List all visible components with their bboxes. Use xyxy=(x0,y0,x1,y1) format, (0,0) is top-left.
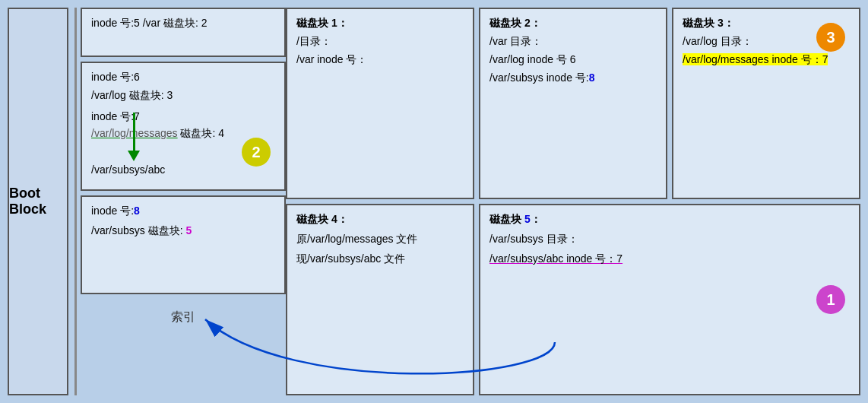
main-container: Boot Block inode 号:5 /var 磁盘块: 2 inode 号… xyxy=(0,0,868,403)
disk5-line1: /var/subsys 目录： xyxy=(489,233,850,246)
disk-block-1-box: 磁盘块 1： /目录： /var inode 号： xyxy=(286,8,474,199)
circle-badge-3: 3 xyxy=(816,23,845,52)
disk5-abc-text: /var/subsys/abc inode 号：7 xyxy=(489,252,622,265)
disk2-inode8: 8 xyxy=(589,71,595,84)
disk-block-3-box: 磁盘块 3： /var/log 目录： /var/log/messages in… xyxy=(672,8,860,199)
disk5-num: 5 xyxy=(524,213,531,225)
disk2-line2: /var/log inode 号 6 xyxy=(489,53,657,67)
separator-line xyxy=(74,8,77,395)
circle-badge-1: 1 xyxy=(816,285,845,314)
disk2-line3: /var/subsys inode 号:8 xyxy=(489,71,657,85)
green-arrow xyxy=(128,113,140,161)
arrow-head xyxy=(128,151,140,161)
inode-8-disk-num: 5 xyxy=(185,224,192,236)
inode-8-line1: inode 号:8 xyxy=(91,205,275,218)
index-box-3: inode 号:8 /var/subsys 磁盘块: 5 xyxy=(81,195,286,294)
disk2-line1: /var 目录： xyxy=(489,35,657,49)
disk4-line2: 现/var/subsys/abc 文件 xyxy=(296,252,464,266)
inode-6-line2: /var/log 磁盘块: 3 xyxy=(91,89,275,103)
disk5-line2: /var/subsys/abc inode 号：7 xyxy=(489,252,850,266)
content-area: 磁盘块 1： /目录： /var inode 号： 磁盘块 2： /var 目录… xyxy=(286,8,860,395)
index-column: inode 号:5 /var 磁盘块: 2 inode 号:6 /var/log… xyxy=(81,8,286,395)
disk5-title: 磁盘块 5： xyxy=(489,213,850,227)
inode-7-line2: /var/log/messages 磁盘块: 4 xyxy=(91,127,275,141)
disk-block-4-box: 磁盘块 4： 原/var/log/messages 文件 现/var/subsy… xyxy=(286,204,474,395)
disk1-line1: /目录： xyxy=(296,35,464,49)
disk-block-2-box: 磁盘块 2： /var 目录： /var/log inode 号 6 /var/… xyxy=(479,8,667,199)
inode-8-line2: /var/subsys 磁盘块: 5 xyxy=(91,224,275,238)
arrow-line xyxy=(133,113,135,151)
index-label: 索引 xyxy=(81,305,286,325)
boot-block: Boot Block xyxy=(8,8,68,395)
circle-badge-2: 2 xyxy=(242,138,271,167)
index-box-1: inode 号:5 /var 磁盘块: 2 xyxy=(81,8,286,57)
disk2-title: 磁盘块 2： xyxy=(489,17,657,30)
disk3-line2: /var/log/messages inode 号：7 xyxy=(683,53,850,67)
inode-8-num: 8 xyxy=(134,205,140,217)
inode-8-prefix: inode 号: xyxy=(91,205,134,217)
inode-8-disk-prefix: /var/subsys 磁盘块: xyxy=(91,224,185,236)
inode-5-text: inode 号:5 /var 磁盘块: 2 xyxy=(91,17,207,29)
inode-6-line1: inode 号:6 xyxy=(91,71,275,84)
inode-7-line3: /var/subsys/abc xyxy=(91,163,275,176)
index-box-2: inode 号:6 /var/log 磁盘块: 3 inode 号:7 /var… xyxy=(81,62,286,191)
disk-block-4: 磁盘块: 4 xyxy=(178,127,224,139)
disk1-line2: /var inode 号： xyxy=(296,53,464,67)
inode-7-line1: inode 号:7 xyxy=(91,110,275,124)
disk4-line1: 原/var/log/messages 文件 xyxy=(296,233,464,246)
disk1-title: 磁盘块 1： xyxy=(296,17,464,30)
disk-block-5-box: 磁盘块 5： /var/subsys 目录： /var/subsys/abc i… xyxy=(479,204,860,395)
disk3-yellow-text: /var/log/messages inode 号：7 xyxy=(683,53,828,65)
boot-block-label: Boot Block xyxy=(9,186,67,217)
disk4-title: 磁盘块 4： xyxy=(296,213,464,227)
